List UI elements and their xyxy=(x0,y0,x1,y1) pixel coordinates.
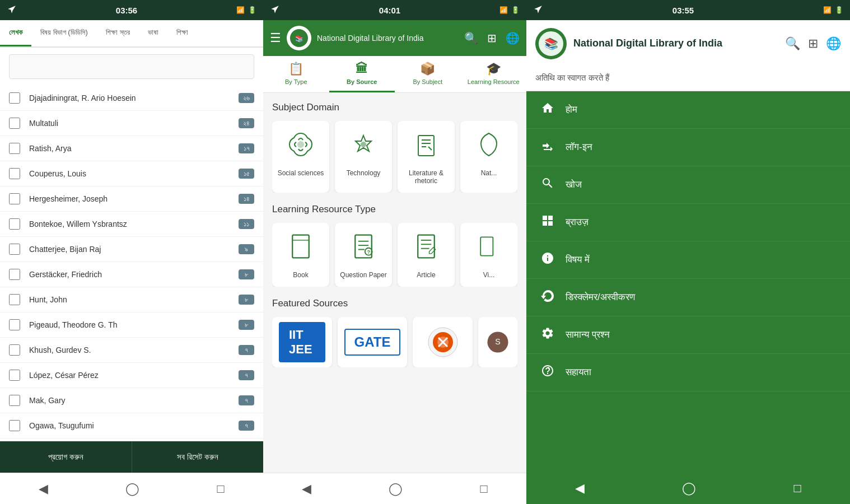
home-button[interactable]: ◯ xyxy=(125,482,139,496)
menu-item-search[interactable]: खोज xyxy=(526,166,850,204)
item-label-10: Khush, Gurdev S. xyxy=(29,346,239,354)
tab-by-type[interactable]: 📋 By Type xyxy=(263,56,329,92)
reset-button[interactable]: সব রিসেট করুন xyxy=(132,441,264,473)
card-question-paper[interactable]: ? Question Paper xyxy=(335,223,392,287)
item-checkbox-4[interactable] xyxy=(9,193,20,204)
card-natural[interactable]: Nat... xyxy=(460,121,517,193)
literature-icon xyxy=(413,131,440,164)
p2-home-button[interactable]: ◯ xyxy=(389,482,403,496)
menu-label-search: खोज xyxy=(566,179,582,190)
source-logo4[interactable]: S xyxy=(478,317,517,367)
item-checkbox-11[interactable] xyxy=(9,370,20,381)
list-item: Mak, Gary ৭ xyxy=(0,388,263,413)
video-icon xyxy=(479,233,499,265)
card-book[interactable]: Book xyxy=(272,223,329,287)
technology-icon xyxy=(350,131,377,164)
svg-rect-20 xyxy=(480,237,493,255)
list-item: Ratish, Arya ১৭ xyxy=(0,136,263,161)
menu-item-home[interactable]: होम xyxy=(526,91,850,129)
article-label: Article xyxy=(417,271,435,279)
tab-learning-resource[interactable]: 🎓 Learning Resource xyxy=(461,56,527,92)
item-checkbox-7[interactable] xyxy=(9,269,20,280)
menu-item-disclaimer[interactable]: डिस्क्लेमर/अस्वीकरण xyxy=(526,279,850,316)
card-article[interactable]: Article xyxy=(398,223,455,287)
item-checkbox-8[interactable] xyxy=(9,294,20,305)
list-item: López, César Pérez ৭ xyxy=(0,363,263,388)
item-checkbox-10[interactable] xyxy=(9,344,20,356)
source-logo3[interactable] xyxy=(413,317,473,367)
menu-icon[interactable]: ☰ xyxy=(270,31,281,45)
menu-item-login[interactable]: लॉग-इन xyxy=(526,129,850,166)
social-sciences-icon xyxy=(287,131,314,164)
card-video[interactable]: Vi... xyxy=(460,223,517,287)
list-item: Couperus, Louis ১৫ xyxy=(0,161,263,186)
item-badge-9: ৮ xyxy=(239,320,254,330)
p2-status-right: 📶🔋 xyxy=(499,6,520,14)
item-label-2: Ratish, Arya xyxy=(29,144,239,153)
p3-time: 03:55 xyxy=(672,6,694,15)
back-button[interactable]: ◀ xyxy=(39,482,48,496)
apply-button[interactable]: প্রয়োগ করুন xyxy=(0,441,132,473)
p3-status-left xyxy=(533,4,543,16)
item-checkbox-0[interactable] xyxy=(9,92,20,104)
tab-shikkha2[interactable]: শিক্ষা xyxy=(167,20,197,46)
item-checkbox-12[interactable] xyxy=(9,395,20,406)
p3-grid-icon[interactable]: ⊞ xyxy=(808,36,818,51)
tab-shikkha[interactable]: শিক্ষা স্তর xyxy=(97,20,139,46)
tab-bhasha[interactable]: ভাষা xyxy=(139,20,167,46)
item-label-3: Couperus, Louis xyxy=(29,169,239,178)
tab-bishay[interactable]: বিষয় বিভাগ (ডিডিসি) xyxy=(31,20,97,46)
search-icon[interactable]: 🔍 xyxy=(464,31,478,45)
p3-globe-icon[interactable]: 🌐 xyxy=(826,36,841,51)
faq-icon xyxy=(540,326,555,343)
item-label-11: López, César Pérez xyxy=(29,371,239,380)
p2-recent-button[interactable]: □ xyxy=(480,482,488,496)
p2-back-button[interactable]: ◀ xyxy=(302,482,311,496)
p1-status-left xyxy=(7,4,17,16)
search-input[interactable] xyxy=(9,54,254,79)
panel3: 03:55 📶🔋 📚 National Digital Library of I… xyxy=(526,0,850,504)
menu-item-about[interactable]: विषय में xyxy=(526,241,850,279)
item-badge-2: ১৭ xyxy=(239,143,254,153)
tab-by-source[interactable]: 🏛 By Source xyxy=(329,56,395,92)
tab-lekhak[interactable]: লেখক xyxy=(0,20,31,46)
iit-jee-source[interactable]: IIT JEE xyxy=(272,317,332,367)
item-checkbox-2[interactable] xyxy=(9,143,20,154)
list-item: Multatuli ২৪ xyxy=(0,111,263,136)
gate-source[interactable]: GATE xyxy=(338,317,408,367)
side-menu: होम लॉग-इन खोज ब्राउज़ विषय में xyxy=(526,91,850,473)
item-checkbox-9[interactable] xyxy=(9,319,20,330)
item-checkbox-5[interactable] xyxy=(9,218,20,230)
tab-by-subject-label: By Subject xyxy=(413,78,442,85)
panel2-content: Subject Domain Social sciences xyxy=(263,93,526,473)
item-checkbox-1[interactable] xyxy=(9,118,20,129)
grid-icon[interactable]: ⊞ xyxy=(487,31,497,45)
menu-item-browse[interactable]: ब्राउज़ xyxy=(526,204,850,241)
menu-item-help[interactable]: सहायता xyxy=(526,354,850,391)
item-label-0: Djajadiningrat, R. Ario Hoesein xyxy=(29,94,239,102)
item-badge-10: ৭ xyxy=(239,345,254,355)
menu-item-faq[interactable]: सामान्य प्रश्न xyxy=(526,316,850,354)
card-social-sciences[interactable]: Social sciences xyxy=(272,121,329,193)
card-literature[interactable]: Literature & rhetoric xyxy=(398,121,455,193)
list-item: Pigeaud, Theodore G. Th ৮ xyxy=(0,312,263,338)
item-badge-13: ৭ xyxy=(239,421,254,431)
globe-icon[interactable]: 🌐 xyxy=(506,31,520,45)
item-checkbox-13[interactable] xyxy=(9,420,20,431)
item-checkbox-6[interactable] xyxy=(9,244,20,255)
p3-header-icons: 🔍 ⊞ 🌐 xyxy=(785,36,841,51)
item-label-12: Mak, Gary xyxy=(29,396,239,405)
svg-rect-8 xyxy=(292,235,309,258)
panel3-statusbar: 03:55 📶🔋 xyxy=(526,0,850,20)
p3-home-button[interactable]: ◯ xyxy=(682,481,696,496)
recent-button[interactable]: □ xyxy=(217,482,225,496)
item-checkbox-3[interactable] xyxy=(9,168,20,179)
featured-sources-cards: IIT JEE GATE S xyxy=(272,317,517,367)
tab-by-subject[interactable]: 📦 By Subject xyxy=(395,56,461,92)
p3-search-icon[interactable]: 🔍 xyxy=(785,36,800,51)
p3-recent-button[interactable]: □ xyxy=(794,481,801,496)
panel2: 04:01 📶🔋 ☰ 📚 National Digital Library of… xyxy=(263,0,526,504)
p3-back-button[interactable]: ◀ xyxy=(575,481,585,496)
item-label-1: Multatuli xyxy=(29,119,239,128)
card-technology[interactable]: Technology xyxy=(335,121,392,193)
